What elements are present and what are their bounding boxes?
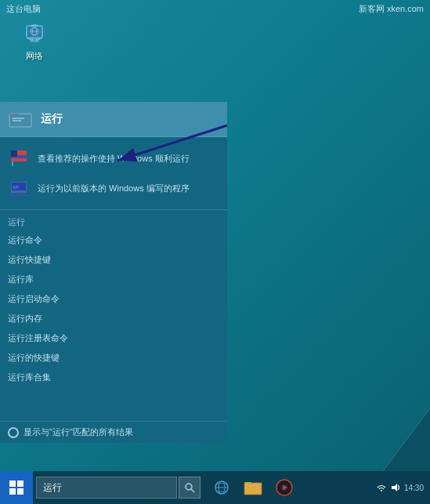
top-bar-left-text: 这台电脑 <box>6 3 41 15</box>
sub-item-0-text: 查看推荐的操作使持 Windows 顺利运行 <box>38 153 190 165</box>
show-all-label: 显示与"运行"匹配的所有结果 <box>23 426 133 438</box>
taskbar-search-icon-button[interactable] <box>179 477 201 499</box>
svg-point-32 <box>186 484 192 490</box>
magnifier-icon <box>184 482 195 493</box>
text-item-5-label: 运行注册表命令 <box>8 332 68 344</box>
svg-rect-25 <box>11 193 15 194</box>
text-item-6[interactable]: 运行的快捷键 <box>0 348 227 368</box>
search-sub-item-0[interactable]: 查看推荐的操作使持 Windows 顺利运行 <box>0 143 227 173</box>
taskbar: 运行 <box>0 471 430 504</box>
ie-icon-svg <box>212 478 231 497</box>
text-item-3[interactable]: 运行启动命令 <box>0 289 227 309</box>
svg-rect-39 <box>245 484 261 494</box>
text-item-5[interactable]: 运行注册表命令 <box>0 328 227 348</box>
svg-marker-43 <box>392 484 397 491</box>
text-item-1[interactable]: 运行快捷键 <box>0 250 227 270</box>
run-result-icon <box>8 108 33 130</box>
taskbar-search-text: 运行 <box>43 481 62 495</box>
top-bar: 这台电脑 新客网 xken.com <box>0 0 430 17</box>
text-item-4[interactable]: 运行内存 <box>0 309 227 328</box>
network-svg <box>20 24 49 45</box>
text-item-4-label: 运行内存 <box>8 313 42 325</box>
top-result-label: 运行 <box>41 112 63 126</box>
search-sub-results: 查看推荐的操作使持 Windows 顺利运行 XP 运行为以前版本的 Windo… <box>0 137 227 210</box>
search-category: 运行 <box>0 210 227 230</box>
svg-text:XP: XP <box>13 185 19 190</box>
search-sub-item-1[interactable]: XP 运行为以前版本的 Windows 编写的程序 <box>0 173 227 203</box>
text-item-0[interactable]: 运行命令 <box>0 230 227 250</box>
wifi-icon <box>376 482 387 493</box>
clock-display: 14:30 <box>404 484 424 492</box>
text-item-7-label: 运行库合集 <box>8 372 51 383</box>
text-item-0-label: 运行命令 <box>8 234 42 246</box>
network-icon <box>19 22 50 47</box>
taskbar-apps <box>207 473 299 502</box>
text-item-7[interactable]: 运行库合集 <box>0 368 227 387</box>
volume-icon <box>390 482 401 493</box>
svg-rect-21 <box>11 150 17 157</box>
run-icon-svg <box>9 110 32 129</box>
flag-icon <box>8 149 30 168</box>
search-text-results: 运行命令 运行快捷键 运行库 运行启动命令 运行内存 运行注册表命令 运行的快捷… <box>0 230 227 418</box>
text-item-6-label: 运行的快捷键 <box>8 352 60 364</box>
windows-logo-icon <box>9 480 23 495</box>
media-icon-svg <box>275 478 294 497</box>
folder-icon-svg <box>244 479 262 496</box>
filemanager-taskbar-icon[interactable] <box>238 473 268 502</box>
taskbar-search-box[interactable]: 运行 <box>36 477 177 499</box>
svg-rect-20 <box>11 158 27 161</box>
compat-icon: XP <box>8 179 30 198</box>
network-icon-label: 网络 <box>26 50 43 62</box>
desktop-icons-area: 网络 <box>11 22 58 74</box>
top-bar-right-text: 新客网 xken.com <box>359 3 424 15</box>
text-item-2-label: 运行库 <box>8 274 34 285</box>
ie-taskbar-icon[interactable] <box>207 473 237 502</box>
search-top-result[interactable]: 运行 <box>0 102 227 137</box>
text-item-1-label: 运行快捷键 <box>8 254 51 266</box>
taskbar-system-tray: 14:30 <box>376 482 430 493</box>
svg-line-33 <box>191 489 194 492</box>
search-panel: 运行 查看推荐的操作使持 Windows 顺利运行 <box>0 102 227 443</box>
show-all-results[interactable]: 显示与"运行"匹配的所有结果 <box>0 421 227 443</box>
start-button[interactable] <box>0 471 33 504</box>
media-taskbar-icon[interactable] <box>269 473 299 502</box>
sub-item-1-text: 运行为以前版本的 Windows 编写的程序 <box>38 183 190 194</box>
svg-rect-26 <box>9 194 28 196</box>
flag-svg <box>9 150 28 167</box>
network-desktop-icon[interactable]: 网络 <box>11 22 58 62</box>
compat-svg: XP <box>9 179 28 197</box>
desktop: 这台电脑 新客网 xken.com <box>0 0 430 504</box>
svg-rect-11 <box>30 41 39 42</box>
search-circle-icon <box>8 427 19 438</box>
text-item-2[interactable]: 运行库 <box>0 270 227 289</box>
svg-rect-10 <box>33 38 36 41</box>
text-item-3-label: 运行启动命令 <box>8 293 60 305</box>
